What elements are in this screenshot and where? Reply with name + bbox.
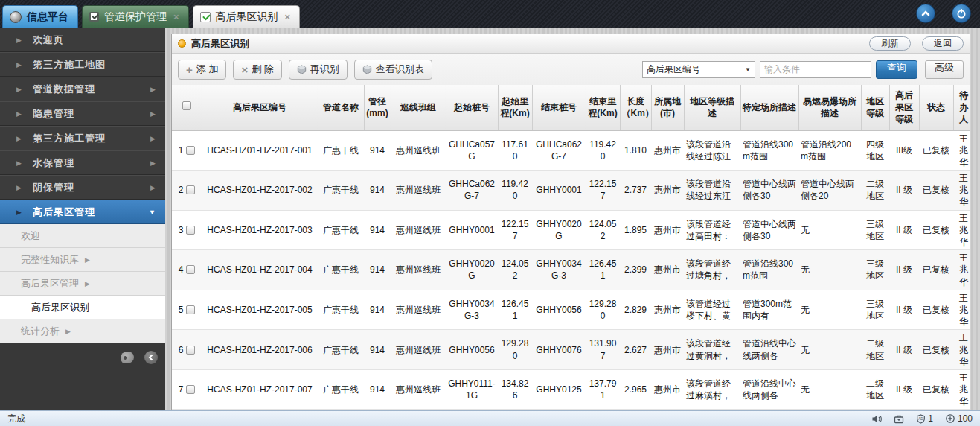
cell: GHHY0034G-3: [532, 250, 586, 290]
row-checkbox[interactable]: [186, 265, 195, 274]
cell: HCAS-HZ01-HZ-2017-007: [202, 369, 318, 410]
table-row[interactable]: 1HCAS-HZ01-HZ-2017-001广惠干线914惠州巡线班GHHCa0…: [172, 130, 970, 171]
sidebar-subitem[interactable]: 高后果区识别: [0, 296, 165, 320]
return-button[interactable]: 返回: [922, 36, 964, 51]
column-header: 地区等级: [861, 85, 889, 130]
cell: 该段管道沿线经过陈江: [684, 130, 740, 171]
table-row[interactable]: 4HCAS-HZ01-HZ-2017-004广惠干线914惠州巡线班GHHY00…: [172, 250, 970, 290]
sidebar-subitem[interactable]: 高后果区管理▶: [0, 272, 165, 296]
toolbar-button[interactable]: 查看识别表: [354, 60, 432, 80]
row-select-cell: 6: [172, 330, 202, 370]
theme-palette-icon[interactable]: [121, 352, 134, 363]
sidebar-item[interactable]: ▶第三方施工管理▶: [0, 126, 165, 150]
zoom-level-icon[interactable]: 100: [945, 413, 973, 424]
toolbar-button[interactable]: 再识别: [289, 60, 348, 80]
cell: GHHY0056: [446, 330, 498, 370]
shield-ad-icon[interactable]: AD1: [916, 413, 933, 424]
cell: 惠州市: [651, 171, 684, 211]
cell: 914: [364, 330, 391, 370]
row-head: 2: [174, 184, 199, 196]
sidebar-item[interactable]: ▶隐患管理▶: [0, 101, 165, 126]
sidebar-subitem[interactable]: 统计分析▶: [0, 320, 165, 343]
sidebar-subitem[interactable]: 完整性知识库▶: [0, 248, 165, 272]
toolbar-button[interactable]: +添 加: [178, 60, 226, 80]
advanced-button[interactable]: 高级: [925, 60, 964, 79]
sidebar-item-label: 水保管理: [33, 156, 150, 170]
cell: 1.810: [620, 130, 651, 171]
sidebar-item[interactable]: ▶欢迎页: [0, 28, 165, 52]
close-tab-icon[interactable]: ×: [173, 12, 179, 22]
cell: 管道沿线200m范围: [798, 130, 861, 171]
tab-2[interactable]: 管道保护管理×: [82, 5, 189, 28]
sidebar-item[interactable]: ▶阴保管理▶: [0, 175, 165, 200]
table-row[interactable]: 7HCAS-HZ01-HZ-2017-007广惠干线914惠州巡线班GHHY01…: [172, 369, 970, 410]
sidebar-subitem-label: 完整性知识库: [21, 253, 79, 267]
cell: 914: [364, 250, 391, 290]
cell: 广惠干线: [318, 330, 364, 370]
tab-1[interactable]: 信息平台: [2, 5, 78, 28]
table-row[interactable]: 2HCAS-HZ01-HZ-2017-002广惠干线914惠州巡线班GHHCa0…: [172, 171, 970, 211]
cell: GHHY0125: [532, 369, 586, 410]
table-row[interactable]: 5HCAS-HZ01-HZ-2017-005广惠干线914惠州巡线班GHHY00…: [172, 290, 970, 330]
cell: 惠州市: [651, 290, 684, 330]
close-tab-icon[interactable]: ×: [285, 12, 291, 22]
chevron-right-icon: ▶: [85, 280, 90, 287]
row-checkbox[interactable]: [186, 146, 195, 155]
cell: 无: [798, 250, 861, 290]
sidebar-item-label: 管道数据管理: [33, 83, 150, 96]
search-input[interactable]: [760, 61, 871, 78]
toolbox-icon[interactable]: [894, 414, 904, 424]
cell: 已复核: [919, 250, 953, 290]
row-checkbox[interactable]: [186, 185, 195, 194]
sidebar-subitem[interactable]: 欢迎: [0, 224, 165, 248]
cell: 2.829: [620, 290, 651, 330]
query-button[interactable]: 查询: [876, 60, 917, 79]
sidebar-item[interactable]: ▶水保管理▶: [0, 150, 165, 175]
refresh-button[interactable]: 刷新: [869, 36, 911, 51]
power-button[interactable]: [952, 4, 971, 23]
cell: 已复核: [919, 130, 953, 171]
chevron-right-icon: ▶: [85, 256, 90, 264]
cell: 该段管道经过黄洞村，: [684, 330, 740, 370]
row-head: 3: [174, 224, 199, 236]
cell: 无: [798, 330, 861, 370]
triangle-right-icon: ▶: [16, 209, 22, 216]
sidebar-item[interactable]: ▶管道数据管理▶: [0, 77, 165, 101]
cell: 914: [364, 290, 391, 330]
cell: 134.826: [498, 369, 532, 410]
zoom-level-icon: [945, 413, 955, 424]
row-checkbox[interactable]: [186, 226, 195, 235]
cell: GHHY0020G: [532, 210, 586, 250]
cell: HCAS-HZ01-HZ-2017-005: [202, 290, 318, 330]
table-row[interactable]: 6HCAS-HZ01-HZ-2017-006广惠干线914惠州巡线班GHHY00…: [172, 330, 970, 370]
row-checkbox[interactable]: [186, 305, 195, 314]
collapse-sidebar-icon[interactable]: [144, 351, 158, 364]
tab-bar: 信息平台管道保护管理×高后果区识别×: [0, 0, 980, 28]
sidebar-item[interactable]: ▶第三方施工地图: [0, 52, 165, 77]
search-field-select[interactable]: 高后果区编号 ▼: [642, 61, 755, 78]
row-checkbox[interactable]: [186, 346, 195, 355]
window-controls: [916, 4, 971, 23]
chevron-up-button[interactable]: [916, 4, 935, 23]
sidebar-item[interactable]: ▶高后果区管理▼: [0, 200, 165, 224]
column-header: 待办人: [953, 85, 970, 130]
column-header: 状态: [919, 85, 953, 130]
tab-label: 信息平台: [27, 10, 68, 24]
cell: GHHCa062G-7: [532, 130, 586, 171]
cell: 管道沿线300m范围: [740, 130, 798, 171]
page-title: 高后果区识别: [191, 37, 858, 51]
cell: 2.737: [620, 171, 651, 211]
column-header: 特定场所描述: [740, 85, 798, 130]
cell: HCAS-HZ01-HZ-2017-006: [202, 330, 318, 370]
hca-table: 高后果区编号管道名称管径(mm)巡线班组起始桩号起始里程(Km)结束桩号结束里程…: [172, 85, 970, 410]
speaker-icon[interactable]: [871, 414, 882, 424]
cell: 122.157: [498, 210, 532, 250]
table-row[interactable]: 3HCAS-HZ01-HZ-2017-003广惠干线914惠州巡线班GHHY00…: [172, 210, 970, 250]
cell: 已复核: [919, 369, 953, 410]
column-header: 结束里程(Km): [586, 85, 620, 130]
cell: 管道300m范围内有: [740, 290, 798, 330]
toolbar-button[interactable]: ×删 除: [233, 60, 281, 80]
select-all-checkbox[interactable]: [182, 101, 191, 110]
row-checkbox[interactable]: [186, 385, 195, 394]
tab-3[interactable]: 高后果区识别×: [193, 5, 301, 28]
